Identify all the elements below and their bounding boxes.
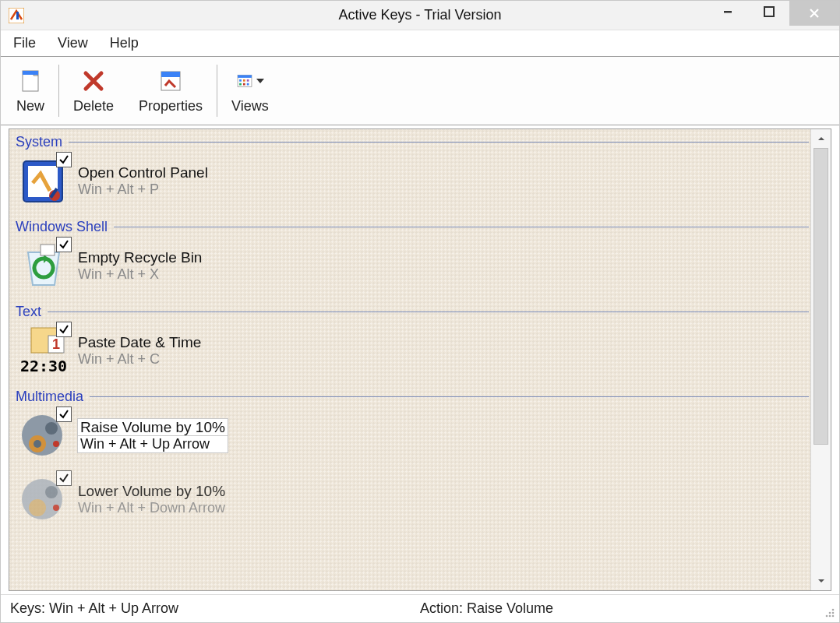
- menu-help[interactable]: Help: [101, 32, 148, 55]
- svg-rect-7: [161, 72, 180, 77]
- close-button[interactable]: [789, 1, 839, 26]
- group-header-text[interactable]: Text: [12, 299, 810, 320]
- properties-icon: [157, 67, 185, 95]
- svg-point-38: [829, 615, 831, 618]
- new-button[interactable]: New: [4, 57, 57, 125]
- svg-point-28: [34, 440, 41, 448]
- list-item[interactable]: Open Control Panel Win + Alt + P: [12, 150, 810, 214]
- date-time-icon: 122:30: [17, 323, 70, 378]
- item-hotkey: Win + Alt + C: [78, 351, 201, 368]
- svg-rect-20: [41, 245, 55, 255]
- speaker-up-icon: [17, 408, 70, 463]
- properties-button[interactable]: Properties: [126, 57, 215, 125]
- group-header-multimedia[interactable]: Multimedia: [12, 384, 810, 405]
- recycle-bin-icon: [17, 238, 70, 293]
- svg-point-26: [45, 422, 58, 435]
- scroll-up-button[interactable]: [811, 129, 831, 148]
- svg-rect-3: [764, 7, 774, 16]
- group-header-windows-shell[interactable]: Windows Shell: [12, 214, 810, 235]
- group-rule: [114, 227, 809, 227]
- views-button[interactable]: Views: [219, 57, 281, 125]
- item-title: Paste Date & Time: [78, 334, 201, 351]
- svg-rect-2: [724, 11, 732, 13]
- scroll-track[interactable]: [811, 148, 831, 572]
- svg-point-33: [53, 505, 59, 511]
- svg-point-36: [832, 612, 835, 614]
- svg-point-39: [832, 615, 835, 618]
- minimize-button[interactable]: [708, 1, 749, 23]
- svg-rect-10: [239, 79, 242, 82]
- item-title: Empty Recycle Bin: [78, 249, 202, 266]
- svg-point-29: [53, 441, 59, 447]
- svg-point-35: [829, 612, 831, 614]
- delete-label: Delete: [73, 98, 114, 114]
- svg-rect-1: [16, 12, 19, 19]
- shortcut-list[interactable]: System Open Control Panel Win + Alt + P …: [9, 129, 810, 590]
- new-label: New: [16, 98, 44, 114]
- item-enabled-checkbox[interactable]: [56, 152, 72, 167]
- item-hotkey: Win + Alt + P: [78, 181, 208, 198]
- properties-label: Properties: [139, 98, 203, 114]
- svg-rect-12: [247, 79, 249, 82]
- group-header-system[interactable]: System: [12, 129, 810, 150]
- vertical-scrollbar[interactable]: [810, 129, 831, 590]
- svg-rect-9: [238, 75, 252, 77]
- delete-button[interactable]: Delete: [61, 57, 126, 125]
- item-enabled-checkbox[interactable]: [56, 407, 72, 422]
- status-bar: Keys: Win + Alt + Up Arrow Action: Raise…: [1, 594, 839, 622]
- svg-point-34: [832, 609, 835, 611]
- app-icon: [9, 8, 24, 23]
- status-action: Action: Raise Volume: [420, 600, 553, 617]
- svg-rect-13: [239, 83, 242, 86]
- item-enabled-checkbox[interactable]: [56, 470, 72, 486]
- list-item[interactable]: Empty Recycle Bin Win + Alt + X: [12, 235, 810, 299]
- menu-file[interactable]: File: [4, 32, 45, 55]
- menu-bar: File View Help: [1, 30, 839, 57]
- scroll-thumb[interactable]: [814, 148, 828, 445]
- item-hotkey: Win + Alt + X: [78, 266, 202, 283]
- new-file-icon: [16, 67, 44, 95]
- maximize-button[interactable]: [749, 1, 789, 23]
- svg-text:22:30: 22:30: [20, 357, 67, 375]
- item-title: Raise Volume by 10%: [78, 419, 228, 436]
- group-label: Windows Shell: [16, 219, 108, 235]
- group-label: Text: [16, 304, 41, 320]
- svg-text:1: 1: [52, 336, 60, 352]
- chevron-down-icon: [256, 79, 264, 83]
- group-label: Multimedia: [16, 389, 83, 405]
- toolbar-separator: [217, 65, 217, 117]
- control-panel-icon: [17, 153, 70, 208]
- menu-view[interactable]: View: [48, 32, 97, 55]
- speaker-down-icon: [17, 472, 70, 526]
- list-item[interactable]: Raise Volume by 10% Win + Alt + Up Arrow: [12, 405, 810, 469]
- item-enabled-checkbox[interactable]: [56, 237, 72, 252]
- list-item[interactable]: 122:30 Paste Date & Time Win + Alt + C: [12, 320, 810, 384]
- toolbar-separator: [58, 65, 59, 117]
- shortcut-list-frame: System Open Control Panel Win + Alt + P …: [9, 128, 831, 591]
- item-title: Open Control Panel: [78, 164, 208, 181]
- svg-rect-15: [247, 83, 249, 86]
- item-hotkey: Win + Alt + Down Arrow: [78, 500, 225, 516]
- svg-point-37: [826, 615, 828, 618]
- svg-point-32: [29, 499, 46, 516]
- svg-rect-14: [243, 83, 245, 86]
- item-hotkey: Win + Alt + Up Arrow: [78, 436, 228, 452]
- item-title: Lower Volume by 10%: [78, 483, 225, 500]
- list-item[interactable]: Lower Volume by 10% Win + Alt + Down Arr…: [12, 469, 810, 533]
- svg-point-31: [45, 486, 58, 498]
- delete-icon: [79, 67, 108, 95]
- group-label: System: [16, 134, 62, 150]
- scroll-down-button[interactable]: [811, 572, 831, 590]
- item-enabled-checkbox[interactable]: [56, 322, 72, 337]
- svg-rect-5: [23, 71, 38, 75]
- title-bar: Active Keys - Trial Version: [1, 1, 839, 30]
- group-rule: [48, 312, 809, 312]
- group-rule: [90, 396, 809, 397]
- views-label: Views: [231, 98, 269, 114]
- svg-rect-11: [243, 79, 245, 82]
- status-keys: Keys: Win + Alt + Up Arrow: [10, 600, 420, 617]
- resize-grip[interactable]: [824, 607, 836, 619]
- views-icon: [236, 67, 264, 95]
- group-rule: [69, 142, 809, 143]
- toolbar: New Delete Properties Views: [1, 57, 839, 125]
